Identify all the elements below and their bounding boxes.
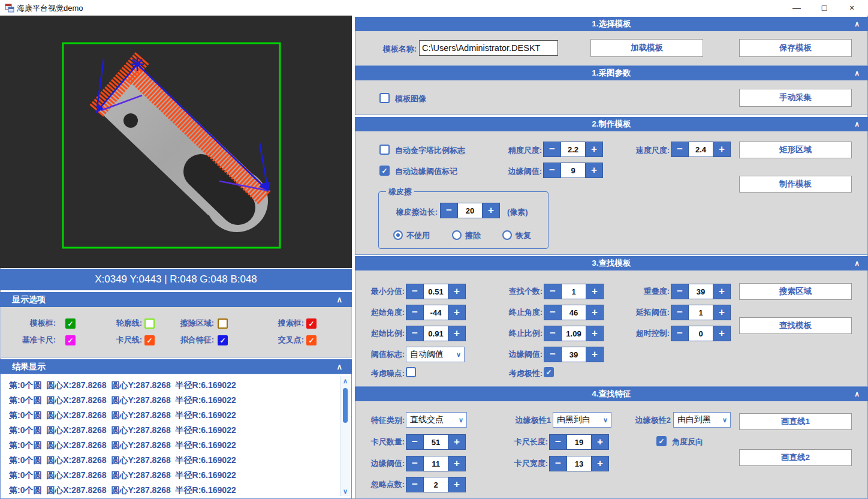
- precision-value[interactable]: 2.2: [560, 142, 586, 157]
- caliper-length-value[interactable]: 19: [566, 435, 592, 449]
- template-path-input[interactable]: C:\Users\Administrator.DESKT: [419, 40, 558, 56]
- result-row[interactable]: 第:0个圆 圆心X:287.8268 圆心Y:287.8268 半径R:6.16…: [1, 453, 351, 468]
- draw-line2-button[interactable]: 画直线2: [739, 449, 852, 466]
- eraser-erase-radio[interactable]: [452, 230, 462, 240]
- angle-reverse-checkbox[interactable]: ✓: [656, 436, 667, 446]
- plus-button[interactable]: +: [713, 326, 730, 341]
- eraser-restore-radio[interactable]: [502, 230, 512, 240]
- edge-polarity2-select[interactable]: 由白到黑 ∨: [673, 412, 731, 428]
- timeout-value[interactable]: 0: [688, 326, 713, 341]
- section-select-template-header[interactable]: 1.选择模板 ∧: [355, 17, 868, 31]
- scrollbar-thumb[interactable]: [343, 388, 348, 423]
- search-region-button[interactable]: 搜索区域: [739, 283, 852, 300]
- minus-button[interactable]: −: [544, 305, 561, 320]
- plus-button[interactable]: +: [713, 284, 730, 299]
- minus-button[interactable]: −: [441, 203, 457, 218]
- section-capture-header[interactable]: 1.采图参数 ∧: [355, 66, 868, 80]
- caliper-line-checkbox[interactable]: ✓: [144, 335, 155, 345]
- minus-button[interactable]: −: [671, 305, 688, 320]
- collapse-icon[interactable]: ∧: [854, 390, 860, 398]
- auto-pyramid-checkbox[interactable]: [379, 145, 390, 155]
- image-viewer[interactable]: [0, 16, 352, 268]
- plus-button[interactable]: +: [713, 305, 730, 320]
- erase-region-checkbox[interactable]: [218, 318, 228, 329]
- minus-button[interactable]: −: [406, 284, 423, 299]
- collapse-icon[interactable]: ∧: [854, 259, 860, 267]
- manual-capture-button[interactable]: 手动采集: [739, 89, 852, 107]
- plus-button[interactable]: +: [586, 305, 603, 320]
- end-scale-value[interactable]: 1.09: [561, 326, 586, 341]
- collapse-icon[interactable]: ∧: [854, 69, 860, 77]
- minus-button[interactable]: −: [406, 456, 423, 471]
- cross-point-checkbox[interactable]: ✓: [306, 335, 317, 345]
- result-row[interactable]: 第:0个圆 圆心X:287.8268 圆心Y:287.8268 半径R:6.16…: [1, 483, 351, 498]
- plus-button[interactable]: +: [586, 326, 603, 341]
- fit-feature-checkbox[interactable]: ✓: [218, 335, 228, 345]
- minus-button[interactable]: −: [406, 326, 423, 341]
- search-box-checkbox[interactable]: ✓: [306, 318, 317, 329]
- section-find-feature-header[interactable]: 4.查找特征 ∧: [355, 387, 868, 401]
- start-angle-value[interactable]: -44: [423, 305, 448, 320]
- plus-button[interactable]: +: [448, 284, 465, 299]
- plus-button[interactable]: +: [448, 477, 465, 492]
- minus-button[interactable]: −: [406, 435, 423, 449]
- draw-line1-button[interactable]: 画直线1: [739, 413, 852, 430]
- plus-button[interactable]: +: [483, 203, 499, 218]
- plus-button[interactable]: +: [448, 326, 465, 341]
- eraser-side-value[interactable]: 20: [457, 203, 483, 218]
- results-list[interactable]: 第:0个圆 圆心X:287.8268 圆心Y:287.8268 半径R:6.16…: [0, 374, 352, 499]
- plus-button[interactable]: +: [586, 163, 602, 178]
- collapse-icon[interactable]: ∧: [854, 120, 860, 128]
- edge-threshold-value[interactable]: 39: [561, 347, 586, 362]
- auto-edge-checkbox[interactable]: ✓: [379, 166, 390, 176]
- minus-button[interactable]: −: [406, 477, 423, 492]
- scroll-up-icon[interactable]: ∧: [343, 376, 348, 386]
- end-angle-value[interactable]: 46: [561, 305, 586, 320]
- edge-threshold-value[interactable]: 9: [560, 163, 586, 178]
- plus-button[interactable]: +: [586, 347, 603, 362]
- minus-button[interactable]: −: [544, 326, 561, 341]
- plus-button[interactable]: +: [592, 435, 608, 449]
- result-row[interactable]: 第:0个圆 圆心X:287.8268 圆心Y:287.8268 半径R:6.16…: [1, 378, 351, 393]
- threshold-flag-select[interactable]: 自动阈值 ∨: [406, 347, 465, 362]
- plus-button[interactable]: +: [586, 284, 603, 299]
- plus-button[interactable]: +: [448, 456, 465, 471]
- caliper-count-value[interactable]: 51: [423, 435, 448, 449]
- minus-button[interactable]: −: [544, 163, 560, 178]
- ignore-points-value[interactable]: 2: [423, 477, 448, 492]
- close-button[interactable]: ×: [838, 0, 866, 16]
- minus-button[interactable]: −: [544, 142, 560, 157]
- plus-button[interactable]: +: [448, 435, 465, 449]
- section-find-template-header[interactable]: 3.查找模板 ∧: [355, 256, 868, 270]
- collapse-icon[interactable]: ∧: [336, 295, 342, 304]
- minus-button[interactable]: −: [544, 347, 561, 362]
- result-row[interactable]: 第:0个圆 圆心X:287.8268 圆心Y:287.8268 半径R:6.16…: [1, 468, 351, 483]
- edge-threshold-value[interactable]: 11: [423, 456, 448, 471]
- display-options-header[interactable]: 显示选项 ∧: [0, 292, 352, 307]
- feature-type-select[interactable]: 直线交点 ∨: [406, 412, 467, 428]
- extend-threshold-value[interactable]: 1: [688, 305, 713, 320]
- save-template-button[interactable]: 保存模板: [739, 39, 852, 57]
- speed-value[interactable]: 2.4: [688, 142, 713, 157]
- load-template-button[interactable]: 加载模板: [590, 39, 703, 57]
- minus-button[interactable]: −: [550, 456, 566, 471]
- minus-button[interactable]: −: [544, 284, 561, 299]
- results-header[interactable]: 结果显示 ∧: [0, 359, 352, 374]
- datum-caliper-checkbox[interactable]: ✓: [65, 335, 76, 345]
- consider-noise-checkbox[interactable]: [406, 367, 416, 377]
- plus-button[interactable]: +: [448, 305, 465, 320]
- find-count-value[interactable]: 1: [561, 284, 586, 299]
- overlap-value[interactable]: 39: [688, 284, 713, 299]
- result-row[interactable]: 第:0个圆 圆心X:287.8268 圆心Y:287.8268 半径R:6.16…: [1, 438, 351, 453]
- contour-line-checkbox[interactable]: [144, 318, 155, 329]
- consider-polarity-checkbox[interactable]: ✓: [544, 367, 554, 377]
- result-row[interactable]: 第:0个圆 圆心X:287.8268 圆心Y:287.8268 半径R:6.16…: [1, 423, 351, 438]
- min-score-value[interactable]: 0.51: [423, 284, 448, 299]
- scroll-down-icon[interactable]: ∨: [343, 486, 348, 496]
- result-row[interactable]: 第:0个圆 圆心X:287.8268 圆心Y:287.8268 半径R:6.16…: [1, 393, 351, 408]
- plus-button[interactable]: +: [592, 456, 608, 471]
- result-row[interactable]: 第:0个圆 圆心X:287.8268 圆心Y:287.8268 半径R:6.16…: [1, 408, 351, 423]
- minus-button[interactable]: −: [550, 435, 566, 449]
- rect-region-button[interactable]: 矩形区域: [739, 142, 852, 158]
- maximize-button[interactable]: □: [810, 0, 838, 16]
